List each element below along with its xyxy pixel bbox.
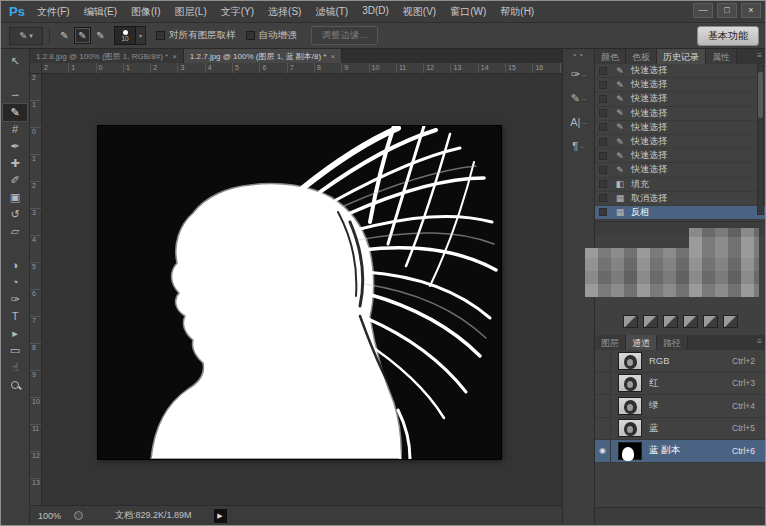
history-state-row[interactable]: ✎快速选择 bbox=[595, 64, 765, 78]
menu-item[interactable]: 滤镜(T) bbox=[315, 5, 348, 19]
channel-row[interactable]: RGBCtrl+2 bbox=[595, 350, 765, 373]
history-state-row[interactable]: ▦取消选择 bbox=[595, 192, 765, 206]
history-source-well[interactable] bbox=[599, 95, 607, 103]
brush-size-caret[interactable]: ▾ bbox=[136, 26, 146, 45]
status-scroll-button[interactable]: ▶ bbox=[214, 509, 227, 523]
history-source-well[interactable] bbox=[599, 194, 607, 202]
tool-button[interactable]: ✎ bbox=[3, 104, 27, 121]
history-state-row[interactable]: ▦反相 bbox=[595, 206, 765, 220]
dock-panel-button[interactable]: ✎– bbox=[564, 86, 594, 110]
history-source-well[interactable] bbox=[599, 208, 607, 216]
tool-button[interactable]: ◑ bbox=[3, 257, 27, 274]
tool-button[interactable]: ▣ bbox=[3, 189, 27, 206]
eye-icon[interactable]: ◉ bbox=[595, 440, 611, 462]
channel-row[interactable]: 蓝Ctrl+5 bbox=[595, 418, 765, 441]
tool-button[interactable]: ↺ bbox=[3, 206, 27, 223]
adjustment-preset-button[interactable] bbox=[663, 315, 678, 328]
document-tab[interactable]: 1.2.7.jpg @ 100% (图层 1, 蓝 副本/8) *× bbox=[184, 49, 342, 63]
history-source-well[interactable] bbox=[599, 138, 607, 146]
history-source-well[interactable] bbox=[599, 180, 607, 188]
history-source-well[interactable] bbox=[599, 109, 607, 117]
tool-button[interactable]: ∽ bbox=[3, 87, 27, 104]
tool-button[interactable] bbox=[3, 240, 27, 257]
dock-grip[interactable]: • • bbox=[574, 51, 584, 58]
channel-row[interactable]: ◉蓝 副本Ctrl+6 bbox=[595, 440, 765, 463]
menu-item[interactable]: 编辑(E) bbox=[84, 5, 117, 19]
tool-button[interactable] bbox=[3, 376, 27, 393]
history-source-well[interactable] bbox=[599, 123, 607, 131]
tool-button[interactable] bbox=[3, 70, 27, 87]
menu-item[interactable]: 文字(Y) bbox=[221, 5, 254, 19]
tool-button[interactable]: # bbox=[3, 121, 27, 138]
history-state-row[interactable]: ✎快速选择 bbox=[595, 163, 765, 177]
tool-button[interactable]: ▸ bbox=[3, 325, 27, 342]
tool-button[interactable]: ▱ bbox=[3, 223, 27, 240]
menu-item[interactable]: 选择(S) bbox=[268, 5, 301, 19]
tool-button[interactable]: ◔ bbox=[3, 274, 27, 291]
history-source-well[interactable] bbox=[599, 81, 607, 89]
history-source-well[interactable] bbox=[599, 67, 607, 75]
channel-row[interactable]: 绿Ctrl+4 bbox=[595, 395, 765, 418]
dock-panel-button[interactable]: ¶– bbox=[564, 134, 594, 158]
window-control-button[interactable]: × bbox=[741, 3, 761, 18]
eye-icon[interactable] bbox=[595, 373, 611, 395]
panel-tab[interactable]: 路径 bbox=[657, 335, 688, 350]
menu-item[interactable]: 图像(I) bbox=[131, 5, 160, 19]
workspace-switcher-button[interactable]: 基本功能 bbox=[697, 26, 759, 46]
document-tab[interactable]: 1.2.8.jpg @ 100% (图层 1, RGB/8#) *× bbox=[30, 49, 184, 63]
panel-tab[interactable]: 色板 bbox=[626, 49, 657, 64]
panel-tab[interactable]: 属性 bbox=[706, 49, 737, 64]
tool-button[interactable]: ▭ bbox=[3, 342, 27, 359]
panel-tab[interactable]: 通道 bbox=[626, 335, 657, 350]
panel-menu-icon[interactable]: ≡ bbox=[757, 51, 762, 60]
tool-button[interactable]: ✚ bbox=[3, 155, 27, 172]
history-source-well[interactable] bbox=[599, 166, 607, 174]
history-state-row[interactable]: ✎快速选择 bbox=[595, 149, 765, 163]
history-state-row[interactable]: ✎快速选择 bbox=[595, 135, 765, 149]
tool-button[interactable]: ✒ bbox=[3, 138, 27, 155]
history-source-well[interactable] bbox=[599, 152, 607, 160]
eye-icon[interactable] bbox=[595, 350, 611, 372]
mask-image[interactable] bbox=[98, 126, 501, 459]
panel-menu-icon[interactable]: ≡ bbox=[757, 337, 762, 346]
history-state-row[interactable]: ✎快速选择 bbox=[595, 92, 765, 106]
panel-tab[interactable]: 颜色 bbox=[595, 49, 626, 64]
refine-edge-button[interactable]: 调整边缘... bbox=[311, 26, 379, 45]
canvas-area[interactable] bbox=[42, 74, 562, 505]
close-icon[interactable]: × bbox=[330, 52, 335, 61]
tool-preset-button[interactable]: ✎ ▾ bbox=[9, 27, 43, 45]
panel-tab[interactable]: 图层 bbox=[595, 335, 626, 350]
menu-item[interactable]: 视图(V) bbox=[403, 5, 436, 19]
tool-button[interactable]: ☝ bbox=[3, 359, 27, 376]
history-state-row[interactable]: ✎快速选择 bbox=[595, 107, 765, 121]
tool-button[interactable]: T bbox=[3, 308, 27, 325]
adjustment-preset-button[interactable] bbox=[643, 315, 658, 328]
adjustment-preset-button[interactable] bbox=[703, 315, 718, 328]
dock-panel-button[interactable]: ✑– bbox=[564, 62, 594, 86]
channel-row[interactable]: 红Ctrl+3 bbox=[595, 373, 765, 396]
tool-button[interactable]: ✐ bbox=[3, 172, 27, 189]
auto-enhance-checkbox[interactable] bbox=[246, 31, 255, 40]
brush-mode-button[interactable]: ✎ bbox=[92, 27, 109, 44]
adjustment-preset-button[interactable] bbox=[683, 315, 698, 328]
menu-item[interactable]: 3D(D) bbox=[362, 5, 389, 19]
brush-mode-button[interactable]: ✎ bbox=[56, 27, 73, 44]
window-control-button[interactable]: □ bbox=[717, 3, 737, 18]
menu-item[interactable]: 帮助(H) bbox=[500, 5, 534, 19]
menu-item[interactable]: 图层(L) bbox=[174, 5, 206, 19]
history-state-row[interactable]: ✎快速选择 bbox=[595, 121, 765, 135]
history-state-row[interactable]: ◧填充 bbox=[595, 178, 765, 192]
zoom-level-field[interactable]: 100% bbox=[38, 511, 72, 521]
history-scrollbar[interactable] bbox=[757, 65, 764, 215]
panel-tab[interactable]: 历史记录 bbox=[657, 49, 706, 64]
eye-icon[interactable] bbox=[595, 395, 611, 417]
menu-item[interactable]: 窗口(W) bbox=[450, 5, 486, 19]
dock-panel-button[interactable]: A|– bbox=[564, 110, 594, 134]
sample-all-layers-checkbox[interactable] bbox=[156, 31, 165, 40]
history-state-row[interactable]: ✎快速选择 bbox=[595, 78, 765, 92]
eye-icon[interactable] bbox=[595, 418, 611, 440]
window-control-button[interactable]: — bbox=[693, 3, 713, 18]
adjustment-preset-button[interactable] bbox=[623, 315, 638, 328]
brush-mode-button[interactable]: ✎ bbox=[74, 27, 91, 44]
close-icon[interactable]: × bbox=[172, 52, 177, 61]
